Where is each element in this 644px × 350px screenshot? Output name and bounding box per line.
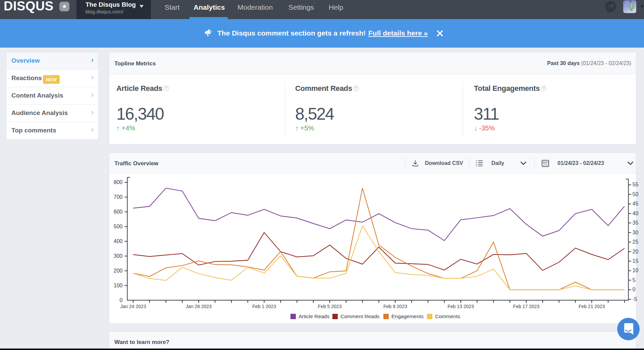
svg-text:-5: -5 <box>633 296 637 302</box>
svg-text:800: 800 <box>114 179 123 185</box>
svg-text:Feb 5 2023: Feb 5 2023 <box>318 304 342 309</box>
svg-text:Jan 24 2023: Jan 24 2023 <box>120 304 146 309</box>
svg-text:35: 35 <box>633 220 639 226</box>
svg-text:Feb 9 2023: Feb 9 2023 <box>383 304 407 309</box>
svg-text:0: 0 <box>120 297 123 303</box>
svg-text:100: 100 <box>114 283 123 288</box>
svg-text:Comments: Comments <box>435 313 460 319</box>
svg-text:Article Reads: Article Reads <box>299 313 329 319</box>
svg-text:Jan 28 2023: Jan 28 2023 <box>186 304 212 309</box>
svg-text:Feb 1 2023: Feb 1 2023 <box>252 304 276 309</box>
svg-text:25: 25 <box>633 239 639 245</box>
svg-text:15: 15 <box>633 258 639 264</box>
svg-text:500: 500 <box>114 224 123 229</box>
svg-text:Engagements: Engagements <box>391 313 424 319</box>
svg-text:Feb 21 2023: Feb 21 2023 <box>579 304 605 309</box>
svg-text:400: 400 <box>114 238 123 244</box>
svg-text:200: 200 <box>114 268 123 274</box>
svg-text:0: 0 <box>633 287 636 292</box>
svg-text:55: 55 <box>633 182 639 187</box>
svg-text:45: 45 <box>633 201 639 207</box>
svg-text:Feb 13 2023: Feb 13 2023 <box>447 304 474 309</box>
svg-text:20: 20 <box>633 249 639 254</box>
svg-text:50: 50 <box>633 191 639 197</box>
svg-text:600: 600 <box>114 209 123 215</box>
svg-text:300: 300 <box>114 253 123 259</box>
svg-text:700: 700 <box>114 194 123 200</box>
svg-text:Feb 17 2023: Feb 17 2023 <box>513 304 540 309</box>
svg-text:Comment Reads: Comment Reads <box>340 313 380 319</box>
svg-text:10: 10 <box>633 268 639 273</box>
svg-text:40: 40 <box>633 211 639 216</box>
svg-text:5: 5 <box>633 277 636 283</box>
svg-text:30: 30 <box>633 230 639 235</box>
